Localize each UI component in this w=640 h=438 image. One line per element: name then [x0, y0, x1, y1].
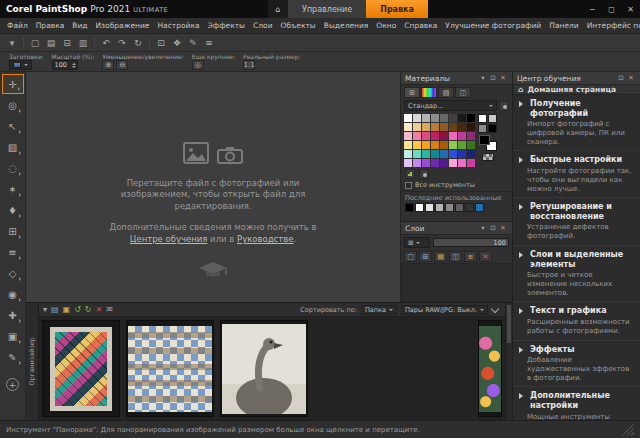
panel-close-icon[interactable]: ✕ [498, 223, 508, 233]
color-swatch[interactable] [467, 141, 475, 149]
edit-mode-icon[interactable]: ✎ [185, 36, 201, 50]
menu-item-selections[interactable]: Выделения [320, 21, 373, 30]
color-swatch[interactable] [449, 123, 457, 131]
menu-item-ui[interactable]: Интерфейс пользователя [583, 21, 640, 30]
zoom-larger-button[interactable]: ◎ [192, 60, 204, 70]
clone-tool-button[interactable]: ▣ [2, 326, 24, 346]
swatches-tab[interactable]: ⊞ [404, 87, 420, 98]
screen-capture-icon[interactable]: ⊡ [153, 36, 169, 50]
color-swatch[interactable] [404, 150, 412, 158]
thumbnail-flowers-photo[interactable] [478, 320, 502, 417]
tab-manage[interactable]: Управление [288, 0, 366, 18]
swatch-view-icon[interactable] [499, 101, 509, 111]
perspective-tool-button[interactable]: ◇ [2, 263, 24, 283]
thumbnail-quilt-photo[interactable] [42, 320, 120, 417]
color-swatch[interactable] [458, 123, 466, 131]
open-file-icon[interactable]: ▤ [43, 36, 59, 50]
user-guide-link[interactable]: Руководстве [237, 234, 293, 244]
menu-item-photo-fix[interactable]: Улучшение фотографий [441, 21, 545, 30]
crop-tool-button[interactable]: ⊞ [2, 221, 24, 241]
color-swatch[interactable] [422, 132, 430, 140]
color-swatch[interactable] [467, 159, 475, 167]
thumbnail-mosaic-photo[interactable] [126, 320, 214, 417]
refresh-icon[interactable]: ↻ [130, 36, 146, 50]
color-swatch[interactable] [440, 159, 448, 167]
zoom-tool-button[interactable]: ◎ [2, 95, 24, 115]
learning-section-retouch[interactable]: Ретуширование и восстановление Устранени… [513, 198, 640, 246]
sort-by-dropdown[interactable]: Папка [361, 305, 397, 315]
pick-tool-button[interactable]: ↖ [2, 116, 24, 136]
color-swatch[interactable] [422, 141, 430, 149]
spin-up-icon[interactable] [72, 61, 76, 65]
color-swatch[interactable] [467, 123, 475, 131]
blend-mode-dropdown[interactable]: ⊞ [404, 237, 430, 248]
makeover-tool-button[interactable]: ✚ [2, 305, 24, 325]
zoom-out-button[interactable]: ⊖ [116, 60, 128, 70]
learning-center-link[interactable]: Центре обучения [130, 234, 208, 244]
menu-item-help[interactable]: Справка [400, 21, 441, 30]
color-swatch[interactable] [435, 203, 444, 212]
email-icon[interactable]: ✉ [106, 306, 113, 314]
color-swatch[interactable] [467, 114, 475, 122]
color-swatch[interactable] [440, 114, 448, 122]
color-swatch[interactable] [458, 141, 466, 149]
color-swatch[interactable] [431, 159, 439, 167]
learning-section-get-photos[interactable]: Получение фотографий Импорт фотографий с… [513, 95, 640, 151]
color-swatch[interactable] [458, 159, 466, 167]
menu-item-edit[interactable]: Правка [32, 21, 69, 30]
menu-item-palettes[interactable]: Панели [545, 21, 582, 30]
organizer-tab[interactable]: Организайзер [26, 303, 39, 420]
menu-item-objects[interactable]: Объекты [277, 21, 320, 30]
color-swatch[interactable] [458, 132, 466, 140]
all-tools-checkbox[interactable] [405, 182, 412, 189]
learning-section-layers[interactable]: Слои и выделенные элементы Быстрое и чет… [513, 246, 640, 302]
color-swatch[interactable] [404, 123, 412, 131]
learning-section-advanced[interactable]: Дополнительные настройки Мощные инструме… [513, 387, 640, 420]
selection-tool-button[interactable]: ▧ [2, 137, 24, 157]
color-swatch[interactable] [422, 123, 430, 131]
panel-close-icon[interactable]: ✕ [498, 73, 508, 83]
menu-item-effects[interactable]: Эффекты [204, 21, 250, 30]
ruler-icon[interactable]: ≡ [201, 36, 217, 50]
color-swatch[interactable] [431, 141, 439, 149]
color-swatch[interactable] [449, 159, 457, 167]
color-swatch[interactable] [431, 114, 439, 122]
color-swatch[interactable] [404, 141, 412, 149]
actual-size-button[interactable]: 1:1 [243, 60, 255, 70]
panel-menu-icon[interactable]: ▾ [478, 223, 488, 233]
panel-float-icon[interactable]: ⊡ [488, 223, 498, 233]
color-swatch[interactable] [440, 141, 448, 149]
delete-icon[interactable]: ✕ [96, 306, 103, 314]
adjustment-layer-button[interactable]: ≡ [464, 251, 477, 262]
foreground-color-swatch[interactable] [479, 135, 490, 145]
menu-item-window[interactable]: Окно [372, 21, 400, 30]
color-swatch[interactable] [449, 150, 457, 158]
straighten-tool-button[interactable]: ≡ [2, 242, 24, 262]
add-tools-button[interactable]: + [6, 378, 19, 391]
foreground-background-swatch[interactable] [479, 135, 497, 151]
folder-icon[interactable]: ▣ [63, 306, 71, 314]
color-swatch[interactable] [478, 114, 487, 123]
toolbar-options-icon[interactable]: ▾ [4, 36, 20, 50]
eyedropper-icon[interactable] [419, 169, 429, 179]
color-swatch[interactable] [422, 114, 430, 122]
color-swatch[interactable] [449, 141, 457, 149]
pattern-tab[interactable]: ◫ [455, 87, 471, 98]
brush-tool-button[interactable]: ✎ [2, 347, 24, 367]
color-swatch[interactable] [413, 123, 421, 131]
panel-float-icon[interactable]: ⊡ [488, 73, 498, 83]
color-swatch[interactable] [425, 203, 434, 212]
color-swatch[interactable] [404, 159, 412, 167]
rainbow-tab[interactable] [421, 87, 437, 98]
color-swatch[interactable] [467, 132, 475, 140]
thumbnail-emu-photo[interactable] [220, 320, 308, 417]
rotate-right-icon[interactable]: ↻ [85, 306, 92, 314]
swatch-set-dropdown[interactable]: Стандар... [404, 100, 497, 111]
menu-item-adjust[interactable]: Настройка [153, 21, 203, 30]
canvas-workspace[interactable]: Перетащите файл с фотографией или изобра… [26, 72, 400, 302]
add-swatch-button[interactable] [405, 169, 415, 179]
panel-close-icon[interactable]: ✕ [626, 73, 636, 83]
zoom-in-button[interactable]: ⊕ [102, 60, 114, 70]
gradient-tab[interactable]: ▨ [438, 87, 454, 98]
print-icon[interactable]: ▥ [75, 36, 91, 50]
